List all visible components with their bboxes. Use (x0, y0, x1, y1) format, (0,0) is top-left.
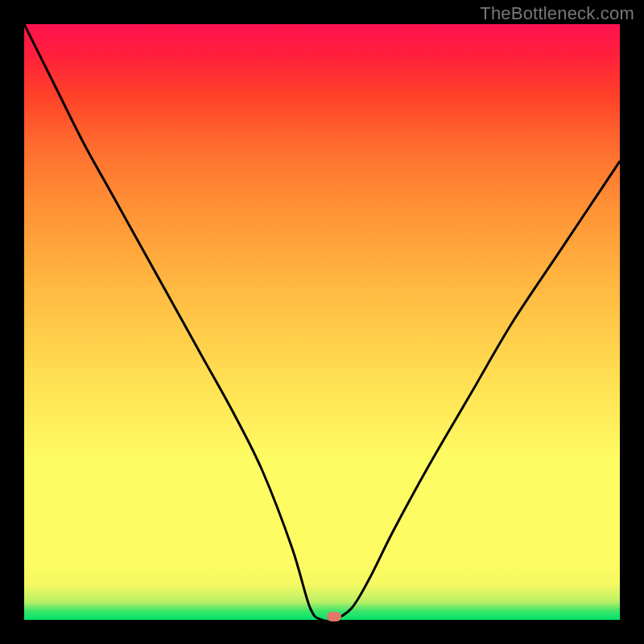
watermark-text: TheBottleneck.com (480, 3, 634, 24)
bottleneck-curve (24, 24, 620, 620)
curve-line (24, 24, 620, 621)
plot-area (24, 24, 620, 620)
optimal-marker (327, 612, 341, 621)
chart-frame: TheBottleneck.com (0, 0, 644, 644)
